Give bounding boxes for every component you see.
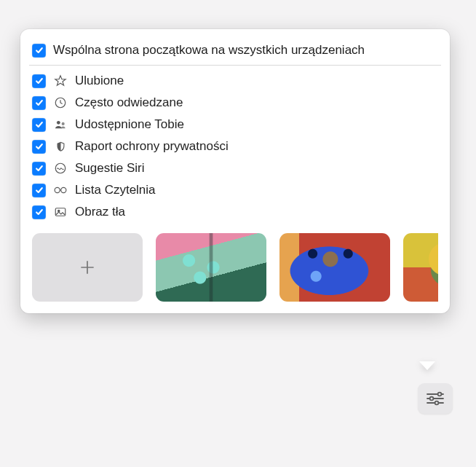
svg-point-6	[61, 187, 66, 192]
option-label: Obraz tła	[75, 205, 125, 219]
option-label: Sugestie Siri	[75, 161, 144, 176]
svg-point-2	[56, 120, 60, 124]
option-label: Lista Czytelnia	[75, 183, 156, 197]
star-icon	[53, 74, 68, 88]
checkbox[interactable]	[32, 162, 46, 176]
divider	[29, 65, 441, 66]
background-thumbnail[interactable]	[403, 233, 438, 302]
option-row[interactable]: Ulubione	[32, 70, 438, 92]
svg-point-15	[430, 397, 434, 401]
option-label: Ulubione	[75, 74, 124, 88]
background-thumbnail[interactable]	[279, 233, 390, 302]
plus-icon	[78, 258, 97, 277]
svg-marker-0	[55, 76, 66, 85]
option-label: Udostępnione Tobie	[75, 117, 184, 132]
option-row[interactable]: Lista Czytelnia	[32, 179, 438, 201]
option-row[interactable]: Obraz tła	[32, 201, 438, 223]
checkbox[interactable]	[32, 118, 46, 132]
option-row[interactable]: Sugestie Siri	[32, 157, 438, 179]
svg-point-13	[438, 393, 442, 396]
option-label: Raport ochrony prywatności	[75, 139, 229, 154]
checkbox[interactable]	[32, 74, 46, 88]
add-background-button[interactable]	[32, 233, 143, 302]
glasses-icon	[53, 183, 68, 197]
sync-option-label: Wspólna strona początkowa na wszystkich …	[53, 43, 365, 58]
checkbox[interactable]	[32, 184, 46, 197]
background-thumbnail[interactable]	[156, 233, 266, 302]
checkbox[interactable]	[32, 140, 46, 154]
sliders-icon	[425, 390, 445, 407]
start-page-settings-popover: Wspólna strona początkowa na wszystkich …	[20, 29, 450, 313]
background-thumbnails-row	[32, 233, 438, 302]
svg-rect-8	[55, 208, 66, 216]
people-icon	[53, 117, 68, 132]
option-row[interactable]: Udostępnione Tobie	[32, 114, 438, 136]
svg-point-17	[435, 401, 439, 405]
checkbox[interactable]	[32, 205, 46, 219]
svg-point-5	[55, 187, 60, 192]
sync-option-row[interactable]: Wspólna strona początkowa na wszystkich …	[32, 39, 438, 65]
siri-icon	[53, 161, 68, 176]
option-row[interactable]: Często odwiedzane	[32, 92, 438, 114]
clock-icon	[53, 95, 68, 110]
checkbox[interactable]	[32, 96, 46, 110]
option-label: Często odwiedzane	[75, 95, 183, 110]
customize-button[interactable]	[418, 383, 453, 414]
image-icon	[53, 205, 68, 219]
shield-icon	[53, 139, 68, 154]
checkbox-sync[interactable]	[32, 44, 46, 58]
option-row[interactable]: Raport ochrony prywatności	[32, 136, 438, 157]
svg-point-3	[61, 122, 64, 125]
